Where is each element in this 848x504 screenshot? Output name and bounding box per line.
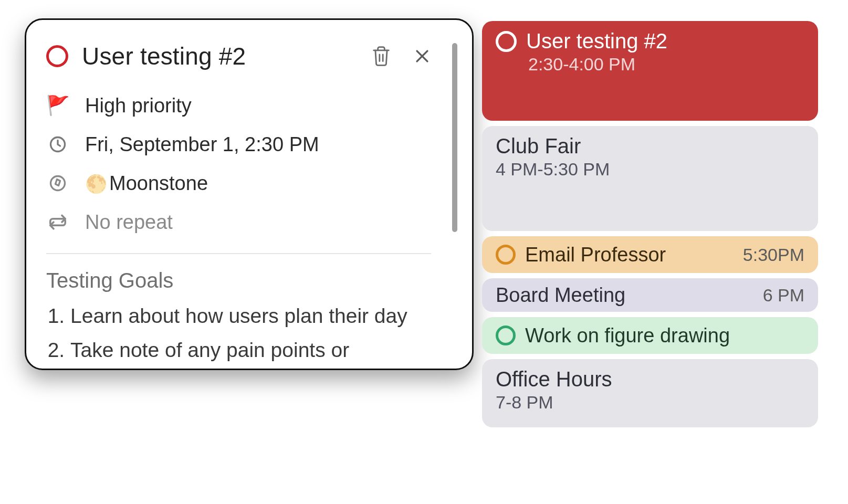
- close-icon[interactable]: [413, 45, 431, 67]
- notes-item[interactable]: Take note of any pain points or: [70, 335, 431, 366]
- compass-icon: [46, 174, 69, 193]
- moon-icon: 🌕: [85, 174, 107, 194]
- timeline-column: User testing #2 2:30-4:00 PM Club Fair 4…: [482, 21, 818, 427]
- svg-point-1: [51, 176, 65, 191]
- repeat-icon: [46, 213, 69, 231]
- event-title: Board Meeting: [496, 284, 625, 307]
- event-time: 6 PM: [763, 285, 804, 306]
- trash-icon[interactable]: [371, 45, 391, 67]
- event-radio-icon[interactable]: [496, 31, 517, 52]
- complete-toggle-circle[interactable]: [46, 45, 68, 67]
- event-title: Email Professor: [525, 244, 666, 266]
- repeat-row[interactable]: No repeat: [46, 203, 431, 242]
- timeline-event-office-hours[interactable]: Office Hours 7-8 PM: [482, 359, 818, 427]
- title-row: User testing #2: [46, 42, 431, 70]
- timeline-event-user-testing[interactable]: User testing #2 2:30-4:00 PM: [482, 21, 818, 121]
- task-detail-scroll[interactable]: User testing #2 🚩 High priorit: [46, 42, 452, 369]
- location-row[interactable]: 🌕Moonstone: [46, 164, 431, 203]
- event-title: Club Fair: [496, 134, 804, 158]
- location-label: 🌕Moonstone: [85, 172, 208, 195]
- event-radio-icon[interactable]: [496, 326, 516, 345]
- event-time: 2:30-4:00 PM: [496, 54, 804, 75]
- notes-item[interactable]: Learn about how users plan their day: [70, 301, 431, 332]
- notes-list[interactable]: Learn about how users plan their day Tak…: [46, 301, 431, 365]
- task-detail-card: User testing #2 🚩 High priorit: [25, 18, 474, 370]
- event-time: 7-8 PM: [496, 392, 804, 413]
- priority-label: High priority: [85, 94, 192, 117]
- location-text: Moonstone: [109, 172, 208, 194]
- event-title: User testing #2: [526, 29, 667, 53]
- task-title[interactable]: User testing #2: [82, 42, 358, 70]
- clock-icon: [46, 135, 69, 154]
- priority-row[interactable]: 🚩 High priority: [46, 86, 431, 125]
- timeline-event-email-professor[interactable]: Email Professor 5:30PM: [482, 236, 818, 273]
- title-actions: [371, 45, 431, 67]
- scrollbar-thumb[interactable]: [452, 43, 457, 232]
- timeline-event-club-fair[interactable]: Club Fair 4 PM-5:30 PM: [482, 126, 818, 231]
- event-radio-icon[interactable]: [496, 245, 516, 265]
- divider: [46, 253, 431, 254]
- notes-heading: Testing Goals: [46, 269, 431, 292]
- flag-icon: 🚩: [46, 94, 69, 117]
- event-time: 4 PM-5:30 PM: [496, 159, 804, 180]
- event-time: 5:30PM: [743, 245, 804, 265]
- datetime-row[interactable]: Fri, September 1, 2:30 PM: [46, 125, 431, 164]
- repeat-label: No repeat: [85, 211, 173, 234]
- timeline-event-figure-drawing[interactable]: Work on figure drawing: [482, 317, 818, 354]
- event-title: Office Hours: [496, 368, 804, 391]
- timeline-event-board-meeting[interactable]: Board Meeting 6 PM: [482, 278, 818, 312]
- datetime-label: Fri, September 1, 2:30 PM: [85, 133, 319, 156]
- event-title: Work on figure drawing: [525, 324, 730, 347]
